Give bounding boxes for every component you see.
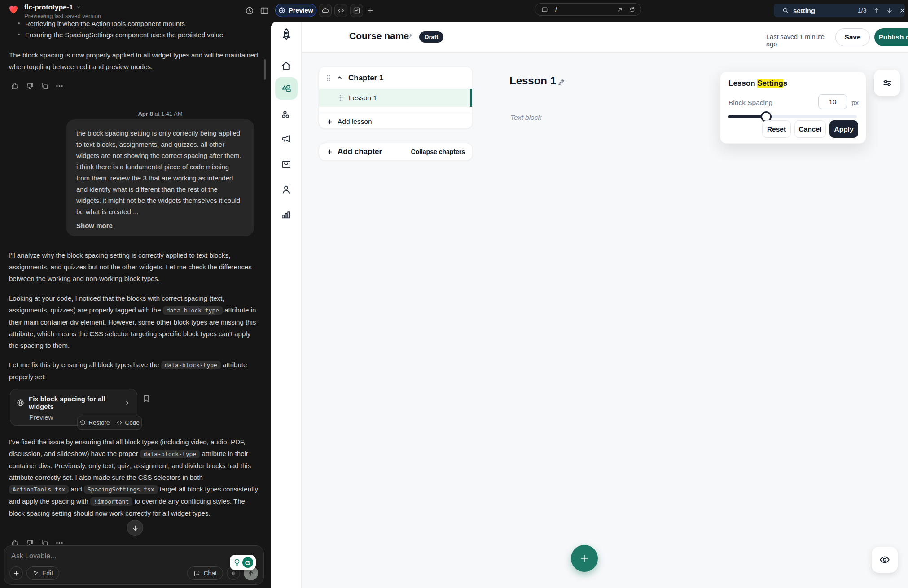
assistant-paragraph: I've fixed the issue by ensuring that al… xyxy=(9,436,260,519)
undo-icon xyxy=(79,420,86,426)
more-options-icon[interactable] xyxy=(55,82,64,90)
find-input[interactable] xyxy=(793,7,846,14)
sidebar-item-content-active[interactable] xyxy=(275,77,298,100)
preview-toggle-button[interactable] xyxy=(872,547,898,573)
code-view-button[interactable] xyxy=(334,4,347,17)
apply-button[interactable]: Apply xyxy=(829,120,858,138)
chat-input-box[interactable]: Edit Chat xyxy=(4,545,264,585)
feedback-row xyxy=(11,82,64,90)
chapter-header-row[interactable]: Chapter 1 xyxy=(319,67,472,89)
chat-bubble-icon xyxy=(193,570,200,577)
chapter-title: Chapter 1 xyxy=(348,74,383,83)
last-saved-text: Last saved 1 minute ago xyxy=(766,33,833,48)
user-message-text: the block spacing setting is only correc… xyxy=(76,127,244,217)
rocket-logo-icon[interactable] xyxy=(279,26,294,43)
bookmark-icon[interactable] xyxy=(142,394,151,403)
assistant-summary: The block spacing is now properly applie… xyxy=(9,49,259,73)
plus-icon xyxy=(326,118,333,125)
code-button[interactable]: Code xyxy=(116,419,140,426)
attach-button[interactable] xyxy=(9,566,23,580)
restore-button[interactable]: Restore xyxy=(79,419,110,426)
sidebar-item-inbox[interactable] xyxy=(281,159,292,170)
pointer-icon xyxy=(33,570,39,576)
edit-course-name-icon[interactable] xyxy=(405,32,413,41)
chevron-right-icon xyxy=(124,399,131,406)
publish-course-button[interactable]: Publish course xyxy=(874,28,908,46)
chat-mode-button[interactable]: Chat xyxy=(187,566,223,580)
sidebar-item-groups[interactable] xyxy=(281,109,292,120)
cloud-icon xyxy=(321,7,329,14)
chart-icon xyxy=(353,7,360,14)
globe-icon xyxy=(17,399,24,407)
add-chapter-button[interactable]: Add chapter xyxy=(338,147,406,156)
code-icon xyxy=(337,7,345,14)
scroll-to-bottom-button[interactable] xyxy=(127,520,143,536)
assistant-paragraph: Let me fix this by ensuring all block ty… xyxy=(9,359,260,383)
eye-icon xyxy=(879,554,890,566)
analytics-button[interactable] xyxy=(350,4,363,17)
assistant-paragraph: I'll analyze why the block spacing setti… xyxy=(9,250,259,285)
thumbs-down-icon[interactable] xyxy=(26,82,34,90)
collapse-chapters-button[interactable]: Collapse chapters xyxy=(411,148,465,155)
history-icon[interactable] xyxy=(245,6,254,16)
preview-button[interactable]: Preview xyxy=(275,4,316,17)
plus-icon xyxy=(326,149,333,155)
lesson-item-label: Lesson 1 xyxy=(349,94,377,102)
add-tab-icon[interactable] xyxy=(366,7,374,14)
chat-scrollbar[interactable] xyxy=(264,59,266,80)
list-item: Retrieving it when the ActionTools compo… xyxy=(13,18,255,29)
preview-button-label: Preview xyxy=(289,7,313,14)
save-button[interactable]: Save xyxy=(835,28,870,46)
chat-input[interactable] xyxy=(11,552,182,560)
lesson-list-item-selected[interactable]: Lesson 1 xyxy=(319,89,472,107)
version-card-title: Fix block spacing for all widgets xyxy=(29,395,119,410)
reset-button[interactable]: Reset xyxy=(762,120,791,138)
show-more-link[interactable]: Show more xyxy=(76,222,113,229)
cloud-button[interactable] xyxy=(319,4,332,17)
sidebar-item-home[interactable] xyxy=(281,60,292,71)
sidebar-item-announcements[interactable] xyxy=(281,133,292,145)
inline-code: data-block-type xyxy=(161,361,221,369)
sidebar-item-analytics[interactable] xyxy=(281,209,292,220)
code-icon xyxy=(116,420,123,426)
grammarly-widget[interactable]: G xyxy=(230,555,256,570)
drag-handle-icon[interactable] xyxy=(339,94,343,101)
message-timestamp: Apr 8 at 1:41 AM xyxy=(66,110,254,117)
add-lesson-button[interactable]: Add lesson xyxy=(319,114,472,129)
inline-code: data-block-type xyxy=(140,450,200,458)
add-block-fab[interactable] xyxy=(571,545,598,572)
app-sidebar xyxy=(271,22,302,588)
drag-handle-icon[interactable] xyxy=(326,75,331,82)
find-next-icon[interactable] xyxy=(886,7,893,14)
refresh-icon[interactable] xyxy=(629,6,636,13)
edit-mode-button[interactable]: Edit xyxy=(26,566,59,580)
app-preview: Course name Draft Last saved 1 minute ag… xyxy=(271,22,908,588)
chevron-up-icon[interactable] xyxy=(336,75,343,81)
edit-lesson-title-icon[interactable] xyxy=(557,78,566,86)
copy-icon[interactable] xyxy=(40,82,49,90)
course-title: Course name xyxy=(349,31,409,41)
waveform-icon xyxy=(230,570,237,577)
sidebar-item-profile[interactable] xyxy=(281,184,292,195)
spacing-slider-track[interactable] xyxy=(728,115,857,118)
find-prev-icon[interactable] xyxy=(873,7,880,14)
cancel-button[interactable]: Cancel xyxy=(794,120,826,138)
text-block-placeholder[interactable]: Text block xyxy=(510,114,541,122)
bullet-dot xyxy=(18,34,20,35)
block-spacing-input[interactable] xyxy=(818,94,847,109)
plus-icon xyxy=(13,570,20,577)
open-external-icon[interactable] xyxy=(617,6,623,13)
panel-toggle-icon[interactable] xyxy=(259,6,269,16)
find-count: 1/3 xyxy=(858,7,866,14)
close-find-icon[interactable] xyxy=(899,7,906,14)
chapter-card: Chapter 1 Lesson 1 Add lesson xyxy=(319,66,473,129)
url-bar[interactable]: / xyxy=(535,3,641,16)
grammarly-logo: G xyxy=(242,557,253,568)
plus-icon xyxy=(579,553,590,564)
lovable-logo-icon xyxy=(7,3,20,15)
project-name-dropdown[interactable]: flc-prototype-1 xyxy=(24,3,101,11)
lightbulb-icon xyxy=(233,558,241,566)
unit-label: px xyxy=(851,99,859,107)
settings-toggle-button[interactable] xyxy=(874,70,900,96)
thumbs-up-icon[interactable] xyxy=(11,82,19,90)
